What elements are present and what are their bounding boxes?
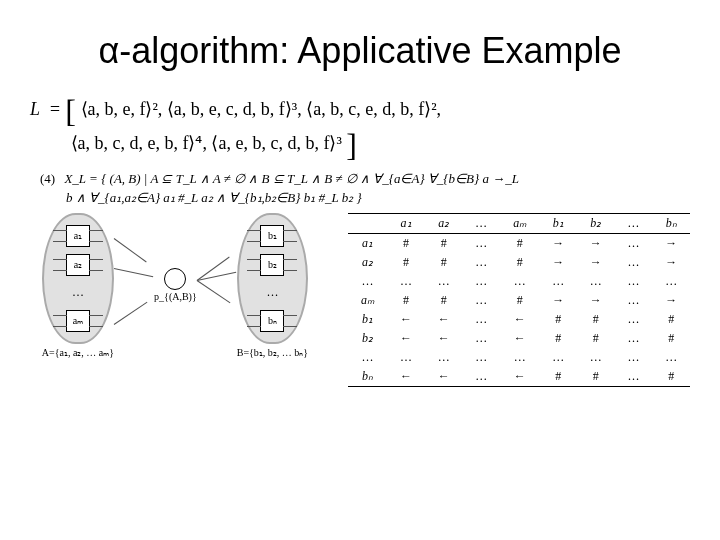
L-terms-line1: ⟨a, b, e, f⟩², ⟨a, b, e, c, d, b, f⟩³, ⟨… bbox=[81, 99, 442, 119]
table-cell: # bbox=[500, 291, 539, 310]
table-cell: ← bbox=[425, 367, 463, 387]
place-label: p_{(A,B)} bbox=[154, 291, 197, 302]
box-adots: … bbox=[67, 283, 89, 303]
log-L-definition: L = [ ⟨a, b, e, f⟩², ⟨a, b, e, c, d, b, … bbox=[30, 92, 690, 160]
table-cell: # bbox=[539, 310, 577, 329]
row-header: … bbox=[348, 272, 387, 291]
row-header: b₁ bbox=[348, 310, 387, 329]
row-header: aₘ bbox=[348, 291, 387, 310]
table-cell: … bbox=[615, 367, 653, 387]
table-cell: … bbox=[652, 272, 690, 291]
table-cell: … bbox=[615, 310, 653, 329]
table-row: bₙ←←…←##…# bbox=[348, 367, 690, 387]
table-cell: … bbox=[463, 367, 501, 387]
table-cell: # bbox=[425, 253, 463, 272]
table-cell: ← bbox=[500, 310, 539, 329]
table-cell: # bbox=[652, 310, 690, 329]
table-cell: → bbox=[539, 253, 577, 272]
table-cell: # bbox=[652, 329, 690, 348]
petri-net-diagram: a₁ a₂ … aₘ A={a₁, a₂, … aₘ} p_{(A,B)} bbox=[30, 213, 320, 358]
row-header: bₙ bbox=[348, 367, 387, 387]
XL-definition: (4) X_L = { (A, B) | A ⊆ T_L ∧ A ≠ ∅ ∧ B… bbox=[40, 170, 690, 206]
XL-line1: X_L = { (A, B) | A ⊆ T_L ∧ A ≠ ∅ ∧ B ⊆ T… bbox=[64, 171, 518, 186]
table-cell: ← bbox=[425, 329, 463, 348]
box-b1: b₁ bbox=[260, 225, 284, 247]
table-row: a₁##…#→→…→ bbox=[348, 233, 690, 253]
table-cell: → bbox=[577, 233, 615, 253]
L-terms-line2: ⟨a, b, c, d, e, b, f⟩⁴, ⟨a, e, b, c, d, … bbox=[71, 133, 342, 153]
box-bn: bₙ bbox=[260, 310, 284, 332]
table-row: ……………………… bbox=[348, 348, 690, 367]
table-cell: … bbox=[615, 348, 653, 367]
item-number-4: (4) bbox=[40, 171, 55, 186]
table-cell: … bbox=[500, 348, 539, 367]
table-cell: # bbox=[577, 329, 615, 348]
table-cell: # bbox=[539, 367, 577, 387]
eq-sign: = bbox=[49, 99, 61, 119]
L-lhs: L bbox=[30, 99, 40, 119]
table-row: aₘ##…#→→…→ bbox=[348, 291, 690, 310]
table-cell: … bbox=[615, 291, 653, 310]
table-cell: # bbox=[577, 367, 615, 387]
table-cell: … bbox=[463, 348, 501, 367]
table-cell: # bbox=[539, 329, 577, 348]
box-b2: b₂ bbox=[260, 254, 284, 276]
table-cell: … bbox=[615, 233, 653, 253]
edges-left bbox=[114, 220, 154, 350]
cloud-A: a₁ a₂ … aₘ bbox=[42, 213, 114, 344]
box-a1: a₁ bbox=[66, 225, 90, 247]
table-cell: → bbox=[577, 291, 615, 310]
B-set-label: B={b₁, b₂, … bₙ} bbox=[237, 347, 308, 358]
close-bracket: ] bbox=[346, 127, 357, 163]
row-header: b₂ bbox=[348, 329, 387, 348]
row-header: … bbox=[348, 348, 387, 367]
table-cell: ← bbox=[387, 310, 425, 329]
table-cell: # bbox=[425, 291, 463, 310]
table-cell: … bbox=[539, 272, 577, 291]
table-row: b₁←←…←##…# bbox=[348, 310, 690, 329]
table-cell: … bbox=[463, 291, 501, 310]
table-cell: … bbox=[463, 272, 501, 291]
table-cell: … bbox=[463, 329, 501, 348]
table-cell: # bbox=[387, 233, 425, 253]
box-bdots: … bbox=[261, 283, 283, 303]
table-cell: … bbox=[615, 329, 653, 348]
table-cell: … bbox=[577, 272, 615, 291]
table-cell: ← bbox=[387, 329, 425, 348]
table-cell: → bbox=[539, 233, 577, 253]
table-cell: → bbox=[652, 291, 690, 310]
table-cell: ← bbox=[387, 367, 425, 387]
table-row: b₂←←…←##…# bbox=[348, 329, 690, 348]
table-cell: … bbox=[652, 348, 690, 367]
row-header: a₂ bbox=[348, 253, 387, 272]
row-header: a₁ bbox=[348, 233, 387, 253]
table-cell: … bbox=[387, 348, 425, 367]
table-row: ……………………… bbox=[348, 272, 690, 291]
table-cell: # bbox=[387, 253, 425, 272]
table-cell: # bbox=[500, 253, 539, 272]
table-cell: … bbox=[539, 348, 577, 367]
box-am: aₘ bbox=[66, 310, 90, 332]
table-cell: # bbox=[387, 291, 425, 310]
table-cell: … bbox=[615, 253, 653, 272]
table-cell: … bbox=[425, 272, 463, 291]
relation-table: a₁ a₂ … aₘ b₁ b₂ … bₙ a₁##…#→→…→a₂##…#→→… bbox=[348, 213, 690, 387]
table-cell: … bbox=[463, 310, 501, 329]
A-set-label: A={a₁, a₂, … aₘ} bbox=[42, 347, 114, 358]
XL-line2: b ∧ ∀_{a₁,a₂∈A} a₁ #_L a₂ ∧ ∀_{b₁,b₂∈B} … bbox=[66, 190, 362, 205]
open-bracket: [ bbox=[65, 93, 76, 129]
table-cell: # bbox=[500, 233, 539, 253]
table-cell: # bbox=[652, 367, 690, 387]
table-cell: ← bbox=[500, 329, 539, 348]
table-cell: … bbox=[425, 348, 463, 367]
table-cell: # bbox=[425, 233, 463, 253]
table-cell: → bbox=[652, 253, 690, 272]
table-cell: … bbox=[463, 233, 501, 253]
table-cell: # bbox=[577, 310, 615, 329]
table-cell: … bbox=[615, 272, 653, 291]
table-row: a₂##…#→→…→ bbox=[348, 253, 690, 272]
cloud-B: b₁ b₂ … bₙ bbox=[237, 213, 308, 344]
edges-right bbox=[197, 220, 237, 350]
page-title: α-algorithm: Applicative Example bbox=[30, 30, 690, 72]
table-cell: ← bbox=[500, 367, 539, 387]
